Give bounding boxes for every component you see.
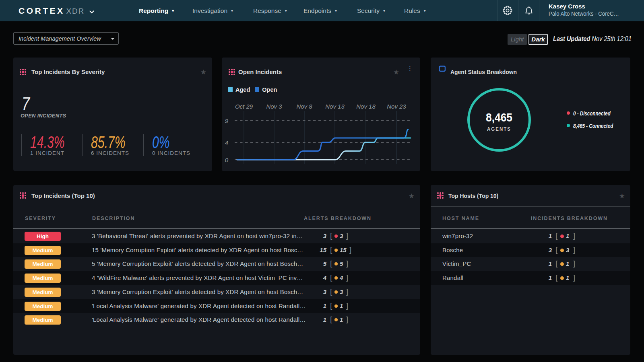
svg-text:Oct 29: Oct 29	[235, 103, 253, 110]
svg-text:Nov 8: Nov 8	[296, 103, 312, 110]
svg-text:Nov 3: Nov 3	[266, 103, 282, 110]
svg-text:4: 4	[225, 139, 228, 146]
svg-text:9: 9	[225, 117, 229, 124]
svg-text:0: 0	[225, 156, 229, 163]
svg-text:Nov 23: Nov 23	[387, 103, 406, 110]
svg-text:Nov 13: Nov 13	[325, 103, 345, 110]
svg-text:Nov 18: Nov 18	[356, 103, 376, 110]
